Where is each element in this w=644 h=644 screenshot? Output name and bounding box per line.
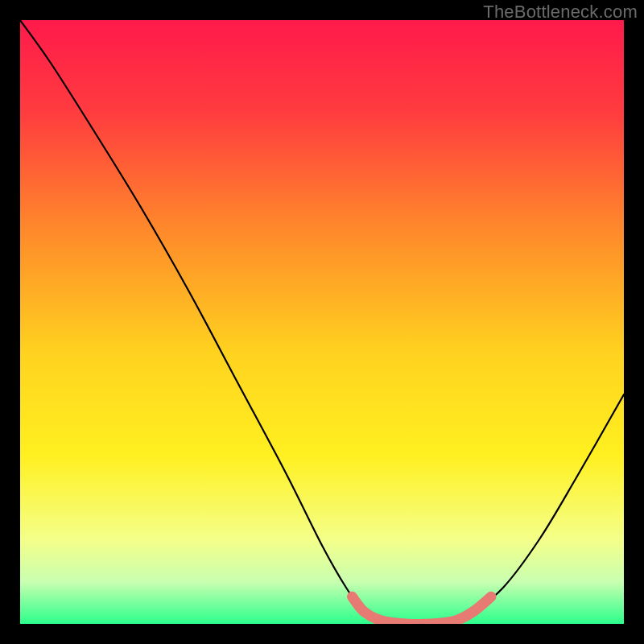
bottleneck-chart xyxy=(20,20,624,624)
outer-black-frame xyxy=(20,20,624,624)
watermark-text: TheBottleneck.com xyxy=(483,2,638,23)
gradient-background xyxy=(20,20,624,624)
